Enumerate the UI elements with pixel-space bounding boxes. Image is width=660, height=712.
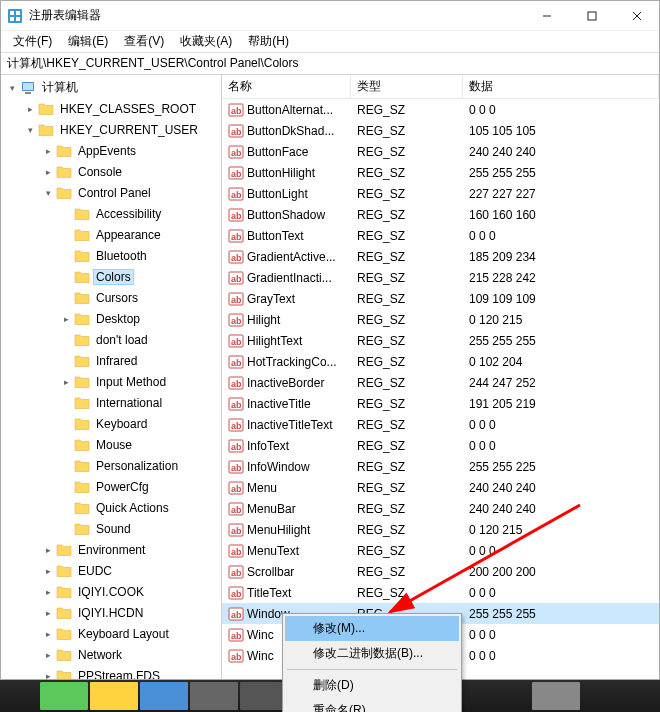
value-data: 0 0 0: [463, 649, 659, 663]
menu-收藏夹(A)[interactable]: 收藏夹(A): [172, 31, 240, 52]
tree-item-IQIYI.HCDN[interactable]: ▸IQIYI.HCDN: [1, 602, 221, 623]
menu-查看(V)[interactable]: 查看(V): [116, 31, 172, 52]
tree-item-PPStream.FDS[interactable]: ▸PPStream.FDS: [1, 665, 221, 679]
list-row[interactable]: abHilightTextREG_SZ255 255 255: [222, 330, 659, 351]
context-menu-item[interactable]: 删除(D): [285, 673, 459, 698]
tree-item-EUDC[interactable]: ▸EUDC: [1, 560, 221, 581]
svg-text:ab: ab: [231, 295, 242, 305]
tree-item-PowerCfg[interactable]: ·PowerCfg: [1, 476, 221, 497]
context-menu[interactable]: 修改(M)...修改二进制数据(B)...删除(D)重命名(R): [282, 613, 462, 712]
menu-帮助(H)[interactable]: 帮助(H): [240, 31, 297, 52]
tree-item-Mouse[interactable]: ·Mouse: [1, 434, 221, 455]
tree-item-AppEvents[interactable]: ▸AppEvents: [1, 140, 221, 161]
column-type[interactable]: 类型: [351, 75, 463, 98]
list-row[interactable]: abButtonShadowREG_SZ160 160 160: [222, 204, 659, 225]
tree-item-Environment[interactable]: ▸Environment: [1, 539, 221, 560]
tree-item-Keyboard Layout[interactable]: ▸Keyboard Layout: [1, 623, 221, 644]
expander-icon[interactable]: ▸: [41, 564, 55, 578]
taskbar-item[interactable]: [40, 682, 88, 710]
tree-item-Control Panel[interactable]: ▾Control Panel: [1, 182, 221, 203]
expander-icon[interactable]: ▸: [59, 312, 73, 326]
list-row[interactable]: abInfoTextREG_SZ0 0 0: [222, 435, 659, 456]
folder-icon: [74, 417, 90, 431]
tree-item-Quick Actions[interactable]: ·Quick Actions: [1, 497, 221, 518]
list-row[interactable]: abScrollbarREG_SZ200 200 200: [222, 561, 659, 582]
expander-icon[interactable]: ▸: [59, 375, 73, 389]
maximize-button[interactable]: [569, 1, 614, 30]
column-name[interactable]: 名称: [222, 75, 351, 98]
list-row[interactable]: abButtonFaceREG_SZ240 240 240: [222, 141, 659, 162]
list-row[interactable]: abInactiveTitleREG_SZ191 205 219: [222, 393, 659, 414]
tree-item-Cursors[interactable]: ·Cursors: [1, 287, 221, 308]
close-button[interactable]: [614, 1, 659, 30]
expander-icon[interactable]: ▾: [41, 186, 55, 200]
list-pane[interactable]: 名称 类型 数据 abButtonAlternat...REG_SZ0 0 0a…: [222, 75, 659, 679]
list-row[interactable]: abButtonLightREG_SZ227 227 227: [222, 183, 659, 204]
computer-icon: [20, 80, 36, 96]
list-row[interactable]: abGrayTextREG_SZ109 109 109: [222, 288, 659, 309]
tree-item-Personalization[interactable]: ·Personalization: [1, 455, 221, 476]
tree-item-HKEY_CURRENT_USER[interactable]: ▾HKEY_CURRENT_USER: [1, 119, 221, 140]
list-row[interactable]: abMenuBarREG_SZ240 240 240: [222, 498, 659, 519]
expander-icon[interactable]: ▾: [5, 81, 19, 95]
list-row[interactable]: abTitleTextREG_SZ0 0 0: [222, 582, 659, 603]
list-row[interactable]: abHilightREG_SZ0 120 215: [222, 309, 659, 330]
tree-item-Desktop[interactable]: ▸Desktop: [1, 308, 221, 329]
tree-item-Console[interactable]: ▸Console: [1, 161, 221, 182]
taskbar-item[interactable]: [140, 682, 188, 710]
list-row[interactable]: abInactiveBorderREG_SZ244 247 252: [222, 372, 659, 393]
list-row[interactable]: abHotTrackingCo...REG_SZ0 102 204: [222, 351, 659, 372]
list-row[interactable]: abMenuREG_SZ240 240 240: [222, 477, 659, 498]
taskbar-item[interactable]: [532, 682, 580, 710]
taskbar-item[interactable]: [240, 682, 288, 710]
list-row[interactable]: abGradientActive...REG_SZ185 209 234: [222, 246, 659, 267]
tree-item-don't load[interactable]: ·don't load: [1, 329, 221, 350]
expander-icon[interactable]: ▸: [41, 144, 55, 158]
tree-item-Appearance[interactable]: ·Appearance: [1, 224, 221, 245]
tree-item-Keyboard[interactable]: ·Keyboard: [1, 413, 221, 434]
address-bar[interactable]: 计算机\HKEY_CURRENT_USER\Control Panel\Colo…: [1, 53, 659, 75]
menu-编辑(E)[interactable]: 编辑(E): [60, 31, 116, 52]
column-data[interactable]: 数据: [463, 75, 659, 98]
expander-icon[interactable]: ▸: [41, 648, 55, 662]
list-row[interactable]: abInfoWindowREG_SZ255 255 225: [222, 456, 659, 477]
tree-item-Network[interactable]: ▸Network: [1, 644, 221, 665]
expander-icon[interactable]: ▾: [23, 123, 37, 137]
expander-icon[interactable]: ▸: [23, 102, 37, 116]
tree-item-International[interactable]: ·International: [1, 392, 221, 413]
taskbar-item[interactable]: [90, 682, 138, 710]
context-menu-item[interactable]: 修改(M)...: [285, 616, 459, 641]
list-row[interactable]: abButtonHilightREG_SZ255 255 255: [222, 162, 659, 183]
value-data: 105 105 105: [463, 124, 659, 138]
tree-item-HKEY_CLASSES_ROOT[interactable]: ▸HKEY_CLASSES_ROOT: [1, 98, 221, 119]
context-menu-item[interactable]: 修改二进制数据(B)...: [285, 641, 459, 666]
tree-item-Input Method[interactable]: ▸Input Method: [1, 371, 221, 392]
expander-icon[interactable]: ▸: [41, 165, 55, 179]
tree-item-Sound[interactable]: ·Sound: [1, 518, 221, 539]
taskbar-item[interactable]: [190, 682, 238, 710]
menu-文件(F)[interactable]: 文件(F): [5, 31, 60, 52]
tree-item-Bluetooth[interactable]: ·Bluetooth: [1, 245, 221, 266]
list-row[interactable]: abButtonDkShad...REG_SZ105 105 105: [222, 120, 659, 141]
list-row[interactable]: abMenuTextREG_SZ0 0 0: [222, 540, 659, 561]
list-row[interactable]: abGradientInacti...REG_SZ215 228 242: [222, 267, 659, 288]
expander-icon[interactable]: ▸: [41, 543, 55, 557]
expander-icon[interactable]: ▸: [41, 627, 55, 641]
tree-item-Accessibility[interactable]: ·Accessibility: [1, 203, 221, 224]
expander-icon[interactable]: ▸: [41, 606, 55, 620]
tree-item-Infrared[interactable]: ·Infrared: [1, 350, 221, 371]
minimize-button[interactable]: [524, 1, 569, 30]
expander-icon[interactable]: ▸: [41, 585, 55, 599]
tree-label: Personalization: [93, 459, 181, 473]
list-row[interactable]: abButtonAlternat...REG_SZ0 0 0: [222, 99, 659, 120]
list-row[interactable]: abInactiveTitleTextREG_SZ0 0 0: [222, 414, 659, 435]
folder-icon: [74, 501, 90, 515]
list-row[interactable]: abMenuHilightREG_SZ0 120 215: [222, 519, 659, 540]
tree-item-计算机[interactable]: ▾计算机: [1, 77, 221, 98]
tree-item-IQIYI.COOK[interactable]: ▸IQIYI.COOK: [1, 581, 221, 602]
tree-item-Colors[interactable]: ·Colors: [1, 266, 221, 287]
expander-icon[interactable]: ▸: [41, 669, 55, 680]
list-row[interactable]: abButtonTextREG_SZ0 0 0: [222, 225, 659, 246]
context-menu-item[interactable]: 重命名(R): [285, 698, 459, 712]
tree-pane[interactable]: ▾计算机▸HKEY_CLASSES_ROOT▾HKEY_CURRENT_USER…: [1, 75, 222, 679]
